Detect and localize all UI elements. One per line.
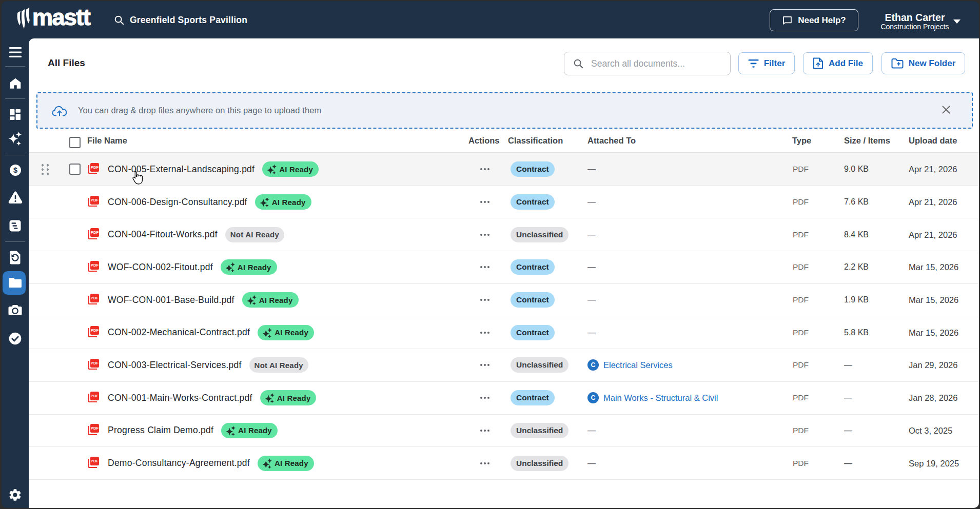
- svg-text:$: $: [13, 166, 17, 174]
